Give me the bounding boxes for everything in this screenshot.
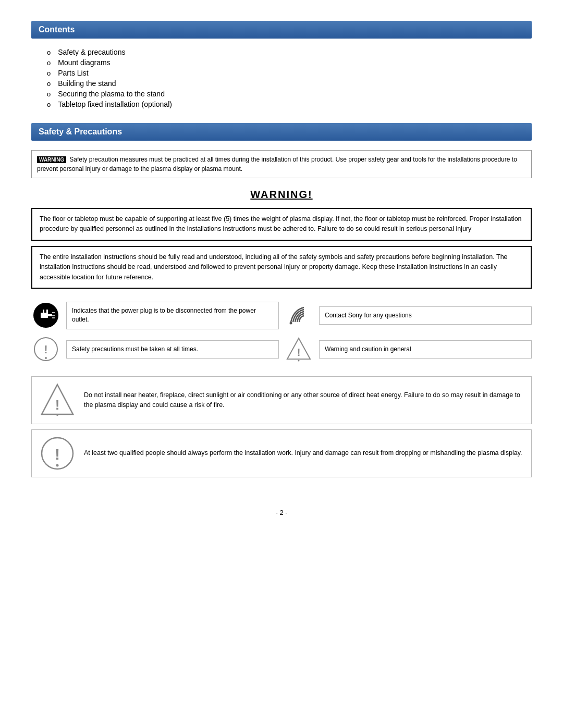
safety-header: Safety & Precautions bbox=[31, 123, 532, 141]
contact-sony-icon bbox=[284, 301, 313, 330]
svg-point-17 bbox=[56, 414, 58, 416]
icons-grid: Indicates that the power plug is to be d… bbox=[31, 301, 532, 364]
qualified-warning-text: At least two qualified people should alw… bbox=[84, 448, 522, 458]
warning-triangle-icon: ! bbox=[284, 335, 313, 364]
contact-sony-row: Contact Sony for any questions bbox=[284, 301, 532, 330]
svg-point-11 bbox=[45, 357, 47, 359]
warning-title: WARNING! bbox=[31, 189, 532, 201]
contents-list: Safety & precautions Mount diagrams Part… bbox=[31, 48, 532, 108]
list-item: Securing the plasma to the stand bbox=[47, 90, 532, 98]
power-plug-row: Indicates that the power plug is to be d… bbox=[31, 301, 279, 330]
power-plug-icon bbox=[31, 301, 60, 330]
svg-rect-2 bbox=[43, 310, 44, 314]
safety-warning-box: WARNINGSafety precaution measures must b… bbox=[31, 150, 532, 178]
safety-precautions-row: ! Safety precautions must be taken at al… bbox=[31, 335, 279, 364]
contents-header: Contents bbox=[31, 21, 532, 39]
svg-text:!: ! bbox=[297, 347, 300, 358]
page-number: - 2 - bbox=[31, 509, 532, 516]
warning-general-description: Warning and caution in general bbox=[319, 340, 532, 359]
safety-section: Safety & Precautions WARNINGSafety preca… bbox=[31, 123, 532, 178]
list-item: Tabletop fixed installation (optional) bbox=[47, 100, 532, 108]
exclamation-circle-icon: ! bbox=[31, 335, 60, 364]
power-plug-description: Indicates that the power plug is to be d… bbox=[66, 302, 279, 329]
warning-general-row: ! Warning and caution in general bbox=[284, 335, 532, 364]
svg-point-14 bbox=[298, 360, 299, 362]
svg-point-8 bbox=[289, 322, 292, 325]
safety-precautions-description: Safety precautions must be taken at all … bbox=[66, 340, 279, 359]
list-item: Mount diagrams bbox=[47, 58, 532, 67]
svg-point-20 bbox=[56, 464, 59, 466]
svg-rect-4 bbox=[48, 314, 52, 316]
floor-warning-box-1: The floor or tabletop must be capable of… bbox=[31, 208, 532, 241]
contents-section: Contents Safety & precautions Mount diag… bbox=[31, 21, 532, 108]
svg-text:!: ! bbox=[44, 343, 47, 356]
qualified-exclaim-circle-icon: ! bbox=[39, 435, 76, 472]
fire-warning-triangle-icon: ! bbox=[39, 382, 76, 418]
qualified-warning-row: ! At least two qualified people should a… bbox=[31, 429, 532, 477]
list-item: Building the stand bbox=[47, 79, 532, 88]
floor-warning-text-1: The floor or tabletop must be capable of… bbox=[40, 215, 522, 232]
floor-warning-box-2: The entire installation instructions sho… bbox=[31, 246, 532, 289]
svg-text:!: ! bbox=[55, 397, 60, 413]
fire-warning-row: ! Do not install near heater, fireplace,… bbox=[31, 376, 532, 424]
safety-warning-text: Safety precaution measures must be pract… bbox=[37, 156, 517, 172]
warning-label: WARNING bbox=[37, 156, 66, 163]
contact-sony-description: Contact Sony for any questions bbox=[319, 306, 532, 325]
svg-text:!: ! bbox=[55, 446, 60, 463]
fire-warning-text: Do not install near heater, fireplace, d… bbox=[84, 390, 524, 411]
svg-rect-3 bbox=[46, 310, 48, 314]
list-item: Parts List bbox=[47, 69, 532, 77]
list-item: Safety & precautions bbox=[47, 48, 532, 56]
floor-warning-text-2: The entire installation instructions sho… bbox=[40, 253, 508, 281]
